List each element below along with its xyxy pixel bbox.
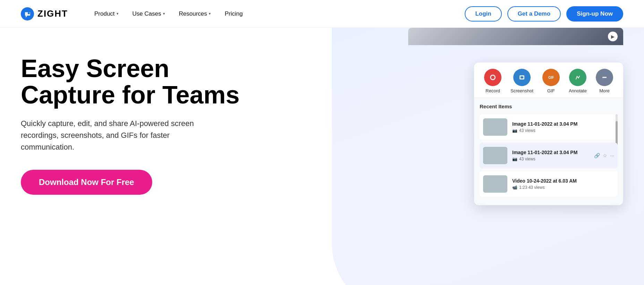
item-thumbnail [483, 147, 507, 164]
hero-left: Easy Screen Capture for Teams Quickly ca… [21, 49, 250, 195]
svg-rect-5 [521, 76, 523, 78]
browser-icon: ▶ [608, 32, 618, 41]
scrollbar-track [616, 114, 618, 140]
tool-screenshot-label: Screenshot [510, 88, 533, 93]
item-actions: 🔗 ☆ ··· [594, 153, 614, 158]
logo[interactable]: ZIGHT [21, 7, 68, 20]
more-icon [596, 69, 613, 86]
get-demo-button[interactable]: Get a Demo [507, 6, 561, 22]
item-thumbnail [483, 118, 507, 136]
tool-gif[interactable]: GIF GIF [542, 69, 560, 93]
link-icon[interactable]: 🔗 [594, 153, 600, 158]
svg-text:GIF: GIF [548, 76, 554, 79]
svg-point-8 [604, 77, 605, 78]
recent-item[interactable]: Video 10-24-2022 at 6.03 AM 📹 1:23 43 vi… [480, 171, 618, 197]
gif-icon: GIF [542, 69, 560, 86]
hero-section: Easy Screen Capture for Teams Quickly ca… [0, 28, 644, 285]
signup-button[interactable]: Sign-up Now [566, 6, 623, 22]
more-actions-icon[interactable]: ··· [610, 153, 614, 158]
svg-point-1 [28, 12, 30, 14]
tool-annotate[interactable]: Annotate [569, 69, 587, 93]
tool-screenshot[interactable]: Screenshot [510, 69, 533, 93]
item-info: Video 10-24-2022 at 6.03 AM 📹 1:23 43 vi… [512, 178, 614, 190]
item-title: Video 10-24-2022 at 6.03 AM [512, 178, 614, 184]
item-title: Image 11-01-2022 at 3.04 PM [512, 150, 589, 155]
tool-gif-label: GIF [547, 88, 555, 93]
app-preview: Record Screenshot [474, 59, 623, 205]
hero-right: ▶ Record [264, 49, 623, 205]
login-button[interactable]: Login [465, 6, 501, 22]
nav-product[interactable]: Product ▾ [89, 8, 124, 20]
logo-text: ZIGHT [37, 8, 68, 19]
chevron-down-icon: ▾ [117, 11, 119, 16]
logo-icon [21, 7, 34, 20]
item-meta: 📹 1:23 43 views [512, 185, 614, 190]
tool-annotate-label: Annotate [569, 88, 587, 93]
recent-item[interactable]: Image 11-01-2022 at 3.04 PM 📷 43 views [480, 114, 618, 140]
hero-title: Easy Screen Capture for Teams [21, 56, 250, 108]
item-info: Image 11-01-2022 at 3.04 PM 📷 43 views [512, 150, 589, 161]
chevron-down-icon: ▾ [209, 11, 211, 16]
tool-more-label: More [599, 88, 610, 93]
star-icon[interactable]: ☆ [603, 153, 607, 158]
navbar: ZIGHT Product ▾ Use Cases ▾ Resources ▾ … [0, 0, 644, 28]
app-toolbar: Record Screenshot [474, 62, 623, 98]
chevron-down-icon: ▾ [163, 11, 165, 16]
svg-point-3 [491, 76, 495, 79]
item-meta: 📷 43 views [512, 128, 614, 133]
svg-point-7 [602, 77, 604, 78]
download-button[interactable]: Download Now For Free [21, 170, 152, 195]
nav-pricing[interactable]: Pricing [219, 8, 248, 20]
tool-more[interactable]: More [596, 69, 613, 93]
camera-icon: 📷 [512, 128, 517, 133]
tool-record-label: Record [486, 88, 500, 93]
recent-title: Recent Items [480, 103, 618, 109]
nav-links: Product ▾ Use Cases ▾ Resources ▾ Pricin… [89, 8, 465, 20]
recent-item[interactable]: Image 11-01-2022 at 3.04 PM 📷 43 views 🔗… [480, 143, 618, 168]
annotate-icon [569, 69, 586, 86]
item-title: Image 11-01-2022 at 3.04 PM [512, 121, 614, 127]
hero-subtitle: Quickly capture, edit, and share AI-powe… [21, 118, 215, 153]
recent-section: Recent Items Image 11-01-2022 at 3.04 PM… [474, 98, 623, 205]
nav-use-cases[interactable]: Use Cases ▾ [127, 8, 171, 20]
record-icon [484, 69, 501, 86]
camera-icon: 📷 [512, 157, 517, 161]
app-panel: Record Screenshot [474, 62, 623, 205]
nav-resources[interactable]: Resources ▾ [173, 8, 216, 20]
item-info: Image 11-01-2022 at 3.04 PM 📷 43 views [512, 121, 614, 133]
screenshot-icon [513, 69, 531, 86]
tool-record[interactable]: Record [484, 69, 501, 93]
nav-actions: Login Get a Demo Sign-up Now [465, 6, 623, 22]
video-icon: 📹 [512, 185, 517, 190]
svg-point-9 [605, 77, 607, 78]
item-meta: 📷 43 views [512, 157, 589, 161]
item-thumbnail [483, 175, 507, 193]
browser-bar: ▶ [408, 28, 623, 45]
